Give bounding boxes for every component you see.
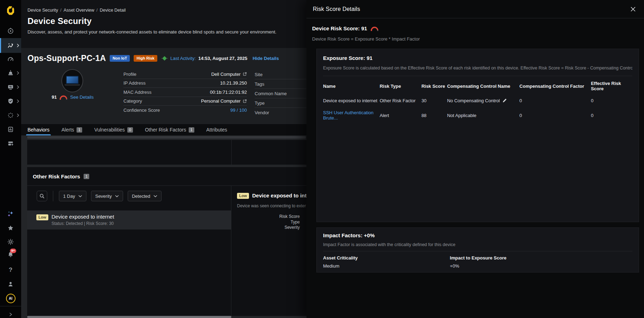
sidebar-item-risk[interactable] [0,52,21,66]
col-impact-to-exposure-score: Impact to Exposure Score [450,255,632,261]
risk-factor-list-pane: 1 Day Severity Detected [27,186,231,316]
risk-factor-status: Status: Detected | Risk Score: 30 [51,221,114,226]
cell-control-factor: 0 [520,113,591,118]
last-activity-label: Last Activity: [170,56,196,61]
sidebar: 9+ ? AI [0,0,21,318]
card-divider [231,140,232,165]
notification-count-badge: 9+ [10,249,16,253]
star-icon [7,225,14,232]
sidebar-item-help[interactable]: ? [0,263,21,277]
sidebar-item-settings[interactable] [0,235,21,249]
cell-risk-score: 30 [421,98,447,103]
tab-behaviors[interactable]: Behaviors [28,124,49,135]
device-monitor-icon [7,84,14,91]
divider [323,76,632,76]
chevron-right-icon [17,99,19,103]
cell-risk-score: 88 [421,113,447,118]
edit-pencil-icon[interactable] [502,98,507,103]
risk-gauge-icon [370,26,379,31]
device-title-row: Ops-Support-PC-1A Non IoT High Risk Last… [28,54,279,63]
col-risk-score: Risk Score [421,84,447,89]
list-item[interactable]: Low Device exposed to internet Status: D… [27,210,231,230]
impact-factors-title: Impact Factors: +0% [323,232,632,238]
tab-count-badge: 0 [127,127,133,133]
cell-control-name: Not Applicable [447,113,520,118]
risk-gauge-icon [59,95,68,100]
col-compensating-control-factor: Compensating Control Factor [520,84,591,89]
exposure-score-description: Exposure Score is calculated based on th… [323,66,632,71]
external-link-icon[interactable] [243,72,247,76]
device-avatar [61,69,83,92]
report-chart-icon [7,126,14,133]
shield-check-icon [7,98,14,105]
chevron-down-icon [153,195,157,197]
detail-label-severity: Severity [237,225,300,231]
sidebar-item-favorites[interactable] [0,221,21,235]
exposure-table-header: Name Risk Type Risk Score Compensating C… [323,81,632,91]
tab-other-risk-factors[interactable]: Other Risk Factors1 [145,124,194,135]
impact-factors-card: Impact Factors: +0% Impact Factor is ass… [316,227,639,273]
exposure-score-title: Exposure Score: 91 [323,55,632,61]
cell-name-link[interactable]: SSH User Authentication Brute... [323,110,379,121]
risk-score-formula: Device Risk Score = Exposure Score * Imp… [312,36,420,42]
device-fields-column-1: Profile Dell Computer IP Address 10.21.3… [123,70,247,115]
sidebar-item-integrations[interactable] [0,136,21,151]
tab-count-badge: 1 [77,127,82,133]
sidebar-item-device-security[interactable] [0,38,21,53]
sidebar-item-security-policies[interactable] [0,94,21,108]
breadcrumb-asset-overview[interactable]: Asset Overview [63,8,94,13]
cell-asset-criticality: Medium [323,263,450,269]
breadcrumb-device-detail[interactable]: Device Detail [100,8,126,13]
field-category: Category Personal Computer [123,97,247,106]
device-type-badge: Non IoT [110,55,130,62]
col-risk-type: Risk Type [379,84,421,89]
risk-score-details-panel: Risk Score Details Device Risk Score: 91… [306,0,644,318]
time-filter-dropdown[interactable]: 1 Day [59,191,86,201]
sidebar-item-alerts[interactable] [0,66,21,80]
tab-vulnerabilities[interactable]: Vulnerabilities0 [94,124,133,135]
severity-filter-dropdown[interactable]: Severity [91,191,123,201]
external-link-icon[interactable] [243,99,247,103]
cell-impact: +0% [450,263,632,269]
radar-icon [7,27,14,35]
tab-attributes[interactable]: Attributes [206,124,227,135]
status-filter-dropdown[interactable]: Detected [128,191,162,201]
col-effective-risk-score: Effective Risk Score [591,81,632,91]
sidebar-expand-button[interactable] [0,307,21,318]
horizontal-scrollbar[interactable] [27,136,306,139]
hide-details-link[interactable]: Hide Details [253,56,279,61]
siren-icon [7,69,14,77]
device-name: Ops-Support-PC-1A [28,54,106,63]
cell-control-name: No Compensating Control [447,98,500,103]
field-profile: Profile Dell Computer [123,70,247,79]
risk-factor-list: Low Device exposed to internet Status: D… [27,210,231,316]
sidebar-item-processes[interactable] [0,108,21,122]
breadcrumb-device-security[interactable]: Device Security [28,8,58,13]
chevron-right-icon [17,85,19,89]
sidebar-item-ai-badge[interactable]: AI [0,291,21,305]
sidebar-item-profile[interactable] [0,277,21,291]
device-security-app: 9+ ? AI Device Security / [0,0,644,318]
detail-label-type: Type [237,220,300,225]
integration-blocks-icon [7,140,14,147]
exposure-score-card: Exposure Score: 91 Exposure Score is cal… [316,49,639,222]
sidebar-item-devices[interactable] [0,80,21,94]
close-button[interactable] [629,5,637,13]
list-horizontal-scrollbar[interactable] [27,316,231,318]
sidebar-item-notifications[interactable]: 9+ [0,248,21,262]
col-asset-criticality: Asset Criticality [323,255,450,261]
see-details-link[interactable]: See Details [70,94,93,100]
tab-alerts[interactable]: Alerts1 [61,124,82,135]
section-title: Other Risk Factors [33,173,80,179]
sidebar-item-reports[interactable] [0,122,21,136]
app-logo[interactable] [0,4,21,18]
sidebar-item-discover[interactable] [0,24,21,38]
chevron-right-icon [17,71,19,75]
risk-factor-title: Device exposed to internet [51,214,114,220]
sidebar-item-ai-assistant[interactable] [0,207,21,221]
last-activity: Last Activity: 14:53, August 27, 2025 [161,56,247,61]
cell-risk-type: Alert [379,113,421,118]
tab-count-badge: 1 [189,127,194,133]
device-risk-score-row: 91 See Details [44,94,101,100]
search-button[interactable] [37,191,47,201]
